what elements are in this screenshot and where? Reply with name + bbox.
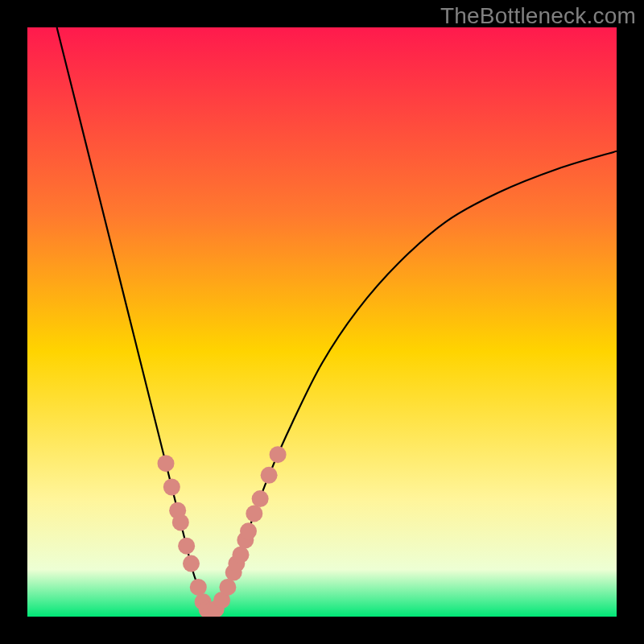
data-marker (172, 514, 189, 530)
data-marker (252, 490, 269, 507)
data-marker (178, 538, 195, 555)
outer-frame: TheBottleneck.com (0, 0, 644, 644)
watermark-text: TheBottleneck.com (440, 3, 636, 29)
data-marker (183, 555, 200, 572)
data-marker (219, 579, 236, 596)
plot-area (27, 27, 617, 617)
data-marker (158, 455, 175, 472)
data-marker (270, 446, 287, 463)
data-marker (232, 547, 249, 564)
chart-svg (27, 27, 617, 617)
data-marker (246, 505, 262, 522)
data-marker (261, 467, 278, 484)
data-marker (190, 579, 207, 596)
data-marker (163, 478, 180, 495)
gradient-background (27, 27, 617, 617)
data-marker (240, 522, 257, 539)
